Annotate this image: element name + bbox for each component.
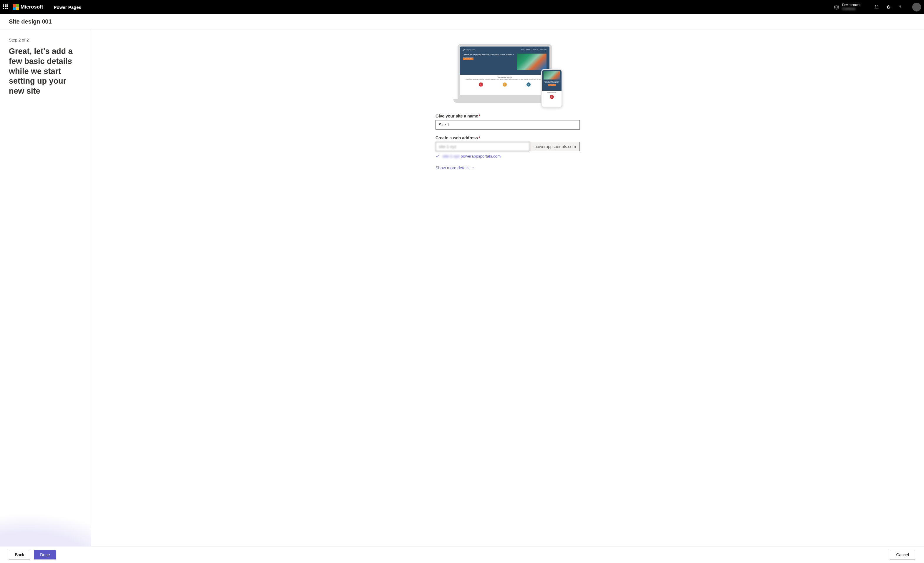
web-address-label: Create a web address* <box>435 135 580 140</box>
notifications-icon[interactable] <box>874 5 879 10</box>
preview-circle-3: 3 <box>526 83 531 87</box>
show-more-details-button[interactable]: Show more details <box>435 164 475 171</box>
phone-circle-1: 1 <box>550 95 554 99</box>
web-address-suffix: .powerappsportals.com <box>530 142 580 152</box>
preview-headline: Create an engaging headline, welcome, or… <box>463 54 515 56</box>
app-launcher-icon[interactable] <box>3 5 8 10</box>
preview-nav-pages: Pages <box>526 49 530 51</box>
phone-cta: Add button link <box>548 84 556 86</box>
setup-form: Give your site a name* Create a web addr… <box>435 114 580 171</box>
done-button[interactable]: Done <box>34 550 56 560</box>
preview-nav-contact: Contact us <box>532 49 538 51</box>
laptop-mock: Company name Home Pages Contact us Show … <box>458 44 552 102</box>
chevron-down-icon <box>471 166 475 170</box>
preview-nav-home: Home <box>521 49 524 51</box>
phone-mock: Create an engaging headline, welcome, or… <box>541 69 562 108</box>
right-panel: Company name Home Pages Contact us Show … <box>91 30 924 546</box>
site-name-label: Give your site a name* <box>435 114 580 119</box>
validated-url: site-1-xyz.powerappsportals.com <box>442 154 501 158</box>
phone-intro-title: Introduction section <box>543 92 560 93</box>
step-title: Great, let's add a few basic details whi… <box>9 47 82 96</box>
wave-decoration <box>0 482 91 546</box>
settings-icon[interactable] <box>886 5 891 10</box>
help-icon[interactable] <box>897 5 903 10</box>
preview-cta: Add button link <box>463 57 474 60</box>
phone-headline: Create an engaging headline, welcome, or… <box>544 81 560 83</box>
site-preview-illustration: Company name Home Pages Contact us Show … <box>454 41 561 106</box>
preview-circle-2: 2 <box>502 83 507 87</box>
step-indicator: Step 2 of 2 <box>9 38 82 42</box>
address-validation-row: site-1-xyz.powerappsportals.com <box>435 154 580 158</box>
preview-company: Company name <box>465 49 475 51</box>
site-name-input[interactable] <box>435 120 580 129</box>
preview-intro-body: Create a short paragraph that shows your… <box>464 79 546 80</box>
brand-text: Microsoft <box>21 4 43 10</box>
environment-selector[interactable]: Environment Contoso <box>834 3 860 11</box>
product-name: Power Pages <box>54 5 81 10</box>
microsoft-logo-icon <box>13 4 19 10</box>
main-area: Step 2 of 2 Great, let's add a few basic… <box>0 30 924 546</box>
footer: Back Done Cancel <box>0 546 924 563</box>
checkmark-icon <box>435 154 440 158</box>
globe-icon <box>834 5 839 10</box>
page-title: Site design 001 <box>0 14 924 30</box>
top-header: Microsoft Power Pages Environment Contos… <box>0 0 924 14</box>
preview-circle-1: 1 <box>479 83 483 87</box>
preview-hero-image <box>517 54 546 70</box>
environment-label: Environment <box>842 3 860 7</box>
web-address-input[interactable] <box>435 142 530 152</box>
left-panel: Step 2 of 2 Great, let's add a few basic… <box>0 30 91 546</box>
preview-nav-more: Show More <box>540 49 546 51</box>
microsoft-logo: Microsoft <box>13 4 43 10</box>
environment-name: Contoso <box>842 7 860 11</box>
user-avatar[interactable] <box>912 3 921 12</box>
back-button[interactable]: Back <box>9 550 30 560</box>
cancel-button[interactable]: Cancel <box>890 550 915 560</box>
preview-intro-title: Introduction section <box>498 77 512 78</box>
